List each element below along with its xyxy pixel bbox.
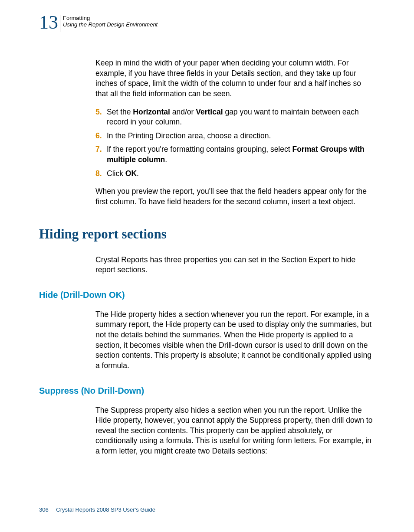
header-divider: [60, 15, 60, 32]
heading-hide: Hide (Drill-Down OK): [39, 290, 375, 300]
step-5: 5. Set the Horizontal and/or Vertical ga…: [95, 107, 375, 127]
step-number: 7.: [95, 144, 107, 165]
step-text: Set the Horizontal and/or Vertical gap y…: [107, 107, 375, 127]
text-fragment: If the report you're formatting contains…: [107, 145, 292, 153]
page-container: 13 Formatting Using the Report Design En…: [0, 0, 414, 482]
chapter-number: 13: [39, 13, 58, 32]
step-7: 7. If the report you're formatting conta…: [95, 144, 375, 165]
text-fragment: .: [137, 169, 139, 178]
heading-hiding-sections: Hiding report sections: [39, 226, 375, 242]
step-8: 8. Click OK.: [95, 169, 375, 179]
suppress-paragraph: The Suppress property also hides a secti…: [95, 405, 375, 457]
step-text: If the report you're formatting contains…: [107, 144, 375, 165]
step-list: 5. Set the Horizontal and/or Vertical ga…: [95, 107, 375, 179]
section-title: Using the Report Design Environment: [63, 21, 158, 28]
heading-suppress: Suppress (No Drill-Down): [39, 386, 375, 396]
text-fragment: and/or: [170, 108, 196, 116]
step-number: 6.: [95, 131, 107, 141]
footer-doc-title: Crystal Reports 2008 SP3 User's Guide: [56, 506, 155, 513]
hiding-intro-block: Crystal Reports has three properties you…: [95, 255, 375, 275]
step-text: Click OK.: [107, 169, 375, 179]
page-header: 13 Formatting Using the Report Design En…: [39, 13, 375, 32]
suppress-body-block: The Suppress property also hides a secti…: [95, 405, 375, 457]
step-text: In the Printing Direction area, choose a…: [107, 131, 375, 141]
bold-term: Horizontal: [133, 108, 170, 116]
step-6: 6. In the Printing Direction area, choos…: [95, 131, 375, 141]
hiding-intro-paragraph: Crystal Reports has three properties you…: [95, 255, 375, 275]
outro-paragraph: When you preview the report, you'll see …: [95, 186, 375, 207]
intro-paragraph: Keep in mind the width of your paper whe…: [95, 58, 375, 99]
bold-term: Vertical: [196, 108, 223, 116]
page-footer: 306 Crystal Reports 2008 SP3 User's Guid…: [39, 506, 155, 513]
hide-paragraph: The Hide property hides a section whenev…: [95, 310, 375, 371]
bold-term: OK: [125, 169, 137, 178]
page-number: 306: [39, 506, 49, 513]
step-number: 8.: [95, 169, 107, 179]
text-fragment: Click: [107, 169, 125, 178]
text-fragment: .: [165, 155, 167, 164]
step-number: 5.: [95, 107, 107, 127]
body-content: Keep in mind the width of your paper whe…: [95, 58, 375, 207]
header-text-block: Formatting Using the Report Design Envir…: [63, 13, 158, 28]
text-fragment: Set the: [107, 108, 133, 116]
hide-body-block: The Hide property hides a section whenev…: [95, 310, 375, 371]
chapter-title: Formatting: [63, 15, 158, 21]
